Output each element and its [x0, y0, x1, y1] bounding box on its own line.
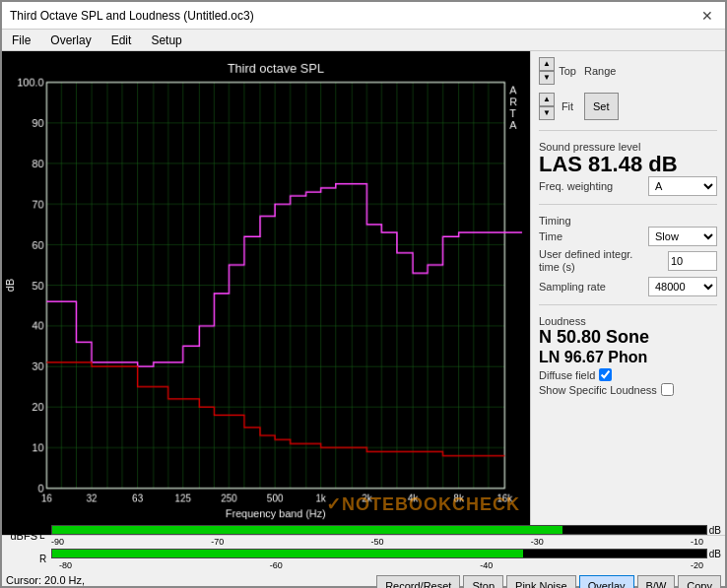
- L-meter-bar: [51, 525, 707, 535]
- L-dB-label: dB: [709, 525, 721, 536]
- user-integr-input[interactable]: [668, 251, 717, 271]
- time-label: Time: [539, 230, 562, 242]
- fit-group: ▲ ▼ Fit: [539, 93, 578, 120]
- L-meter-fill: [52, 526, 562, 534]
- menu-file[interactable]: File: [6, 32, 36, 49]
- R-dB-label: dB: [709, 549, 721, 559]
- menu-edit[interactable]: Edit: [105, 32, 138, 49]
- user-integr-label: User defined integr. time (s): [539, 248, 647, 274]
- right-panel: ▲ ▼ Top Range ▲ ▼ Fit Set: [530, 51, 725, 535]
- top-label: Top: [557, 65, 578, 77]
- R-meter-fill: [52, 550, 523, 557]
- close-button[interactable]: ✕: [697, 8, 717, 24]
- sampling-rate-select[interactable]: 44100 48000 96000: [648, 277, 717, 296]
- dBFS-row-L: dBFS L dB -90 -70 -50 -30 -10: [6, 525, 721, 547]
- bottom-bar: dBFS L dB -90 -70 -50 -30 -10: [2, 535, 725, 586]
- set-button[interactable]: Set: [584, 93, 619, 120]
- bottom-buttons-row: Cursor: 20.0 Hz, 47.29 dB Record/Reset S…: [6, 574, 721, 589]
- user-integr-row: User defined integr. time (s): [539, 248, 717, 274]
- range-label: Range: [584, 65, 616, 77]
- range-control-group: Range: [584, 65, 616, 77]
- spl-section: Sound pressure level LAS 81.48 dB Freq. …: [539, 137, 717, 198]
- main-content: ✓NOTEBOOKCHECK ▲ ▼ Top Range: [2, 51, 725, 535]
- cursor-info: Cursor: 20.0 Hz, 47.29 dB: [6, 574, 112, 589]
- ln-value: LN 96.67 Phon: [539, 348, 717, 366]
- R-meter-wrapper: dB -80 -60 -40 -20: [51, 549, 721, 570]
- main-window: Third Octave SPL and Loudness (Untitled.…: [0, 0, 727, 588]
- record-reset-button[interactable]: Record/Reset: [376, 575, 460, 589]
- loudness-section-title: Loudness: [539, 315, 717, 327]
- timing-section-title: Timing: [539, 215, 717, 227]
- overlay-button[interactable]: Overlay: [579, 575, 634, 589]
- diffuse-field-label: Diffuse field: [539, 369, 595, 381]
- diffuse-field-row: Diffuse field: [539, 368, 717, 381]
- top-control-group: ▲ ▼ Top: [539, 57, 578, 85]
- menu-overlay[interactable]: Overlay: [44, 32, 97, 49]
- L-meter-row: dB: [51, 525, 721, 536]
- stop-button[interactable]: Stop: [463, 575, 503, 589]
- R-label: R: [39, 554, 49, 564]
- time-row: Time Slow Fast Impulse: [539, 227, 717, 246]
- top-fit-controls: ▲ ▼ Top Range: [539, 57, 717, 85]
- loudness-section: Loudness N 50.80 Sone LN 96.67 Phon Diff…: [539, 311, 717, 399]
- freq-weighting-label: Freq. weighting: [539, 180, 613, 192]
- dBFS-row-R: dBFS R dB -80 -60 -40 -20: [6, 549, 721, 570]
- L-markers: -90 -70 -50 -30 -10: [51, 537, 721, 547]
- sampling-rate-row: Sampling rate 44100 48000 96000: [539, 277, 717, 296]
- copy-button[interactable]: Copy: [678, 575, 721, 589]
- freq-weighting-select[interactable]: A C Z: [648, 176, 717, 196]
- show-specific-row: Show Specific Loudness: [539, 383, 717, 396]
- fit-label: Fit: [557, 100, 578, 112]
- action-buttons: Record/Reset Stop Pink Noise Overlay B/W…: [112, 575, 721, 589]
- freq-weighting-row: Freq. weighting A C Z: [539, 176, 717, 196]
- top-arrows: ▲ ▼: [539, 57, 555, 85]
- diffuse-field-checkbox[interactable]: [599, 368, 612, 381]
- window-title: Third Octave SPL and Loudness (Untitled.…: [10, 9, 254, 23]
- level-meters: dB -90 -70 -50 -30 -10: [51, 525, 721, 547]
- spl-value: LAS 81.48 dB: [539, 153, 717, 176]
- n-value: N 50.80 Sone: [539, 327, 717, 349]
- top-down-btn[interactable]: ▼: [539, 71, 555, 85]
- sampling-rate-label: Sampling rate: [539, 281, 606, 293]
- fit-arrows: ▲ ▼: [539, 93, 555, 120]
- time-select[interactable]: Slow Fast Impulse: [648, 227, 717, 246]
- show-specific-label: Show Specific Loudness: [539, 384, 657, 396]
- chart-canvas: [6, 55, 526, 531]
- R-meter-row: dB: [51, 549, 721, 559]
- fit-up-btn[interactable]: ▲: [539, 93, 555, 106]
- bw-button[interactable]: B/W: [637, 575, 676, 589]
- title-bar: Third Octave SPL and Loudness (Untitled.…: [2, 2, 725, 30]
- chart-area: ✓NOTEBOOKCHECK: [2, 51, 530, 535]
- show-specific-checkbox[interactable]: [661, 383, 674, 396]
- pink-noise-button[interactable]: Pink Noise: [506, 575, 576, 589]
- R-markers: -80 -60 -40 -20: [51, 560, 721, 570]
- fit-down-btn[interactable]: ▼: [539, 106, 555, 120]
- fit-set-controls: ▲ ▼ Fit Set: [539, 93, 717, 120]
- timing-section: Timing Time Slow Fast Impulse User defin…: [539, 211, 717, 297]
- R-meter-bar: [51, 549, 707, 558]
- top-up-btn[interactable]: ▲: [539, 57, 555, 71]
- menu-setup[interactable]: Setup: [145, 32, 187, 49]
- menu-bar: File Overlay Edit Setup: [2, 30, 725, 51]
